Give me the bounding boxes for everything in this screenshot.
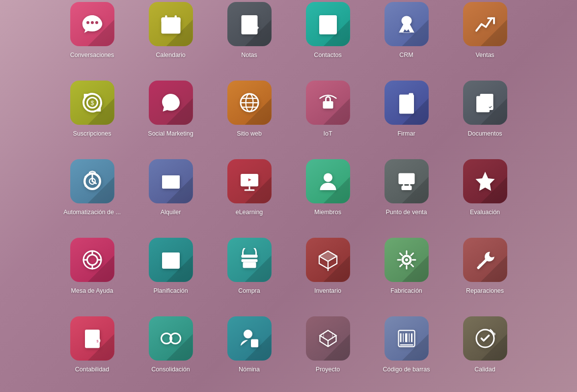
app-icon-miembros bbox=[306, 159, 350, 203]
app-icon-reparaciones bbox=[463, 238, 507, 282]
svg-rect-59 bbox=[401, 176, 404, 178]
svg-rect-80 bbox=[87, 334, 97, 335]
svg-rect-1 bbox=[161, 18, 180, 23]
svg-rect-8 bbox=[169, 29, 172, 32]
svg-rect-2 bbox=[165, 15, 167, 20]
app-label-punto-de-venta: Punto de venta bbox=[385, 208, 427, 216]
app-label-conversaciones: Conversaciones bbox=[70, 51, 114, 59]
svg-point-77 bbox=[405, 258, 408, 261]
svg-rect-31 bbox=[401, 101, 412, 102]
app-icon-calendario bbox=[149, 2, 193, 46]
app-item-firmar[interactable]: Firmar bbox=[372, 81, 441, 154]
svg-rect-46 bbox=[164, 184, 177, 185]
app-label-alquiler: Alquiler bbox=[161, 208, 181, 216]
app-item-iot[interactable]: IoT bbox=[294, 81, 362, 154]
app-label-consolidacion: Consolidación bbox=[151, 365, 190, 373]
app-icon-sitio-web bbox=[227, 81, 272, 125]
svg-rect-37 bbox=[481, 101, 490, 102]
app-item-consolidacion[interactable]: Consolidación bbox=[137, 316, 205, 390]
svg-rect-4 bbox=[164, 25, 166, 28]
app-item-proyecto[interactable]: Proyecto bbox=[294, 316, 362, 390]
app-item-calendario[interactable]: Calendario bbox=[137, 2, 205, 76]
app-label-inventario: Inventario bbox=[314, 287, 341, 295]
svg-point-67 bbox=[87, 255, 97, 265]
app-icon-firmar bbox=[385, 81, 429, 125]
app-item-punto-de-venta[interactable]: Punto de venta bbox=[372, 159, 441, 233]
app-icon-nomina: $ bbox=[227, 316, 272, 361]
app-item-reparaciones[interactable]: Reparaciones bbox=[451, 238, 520, 311]
app-item-calidad[interactable]: Calidad bbox=[451, 316, 520, 390]
app-label-miembros: Miembros bbox=[314, 208, 341, 216]
app-label-reparaciones: Reparaciones bbox=[466, 287, 504, 295]
app-label-ventas: Ventas bbox=[475, 51, 494, 59]
app-icon-calidad bbox=[463, 316, 507, 361]
app-label-social-marketing: Social Marketing bbox=[148, 130, 193, 138]
svg-rect-56 bbox=[403, 184, 404, 187]
app-label-mesa-de-ayuda: Mesa de Ayuda bbox=[71, 287, 113, 295]
app-item-contabilidad[interactable]: $Contabilidad bbox=[58, 316, 127, 390]
svg-rect-74 bbox=[241, 259, 257, 262]
app-item-social-marketing[interactable]: Social Marketing bbox=[137, 81, 205, 154]
svg-point-87 bbox=[244, 330, 252, 338]
svg-rect-72 bbox=[164, 264, 171, 266]
app-icon-fabricacion bbox=[385, 238, 429, 282]
app-item-alquiler[interactable]: Alquiler bbox=[137, 159, 205, 233]
svg-rect-13 bbox=[244, 27, 251, 28]
svg-point-53 bbox=[324, 173, 332, 182]
app-item-documentos[interactable]: Documentos bbox=[451, 81, 520, 154]
svg-rect-57 bbox=[409, 184, 410, 187]
app-label-iot: IoT bbox=[323, 130, 332, 138]
svg-rect-12 bbox=[244, 24, 254, 25]
svg-rect-3 bbox=[174, 15, 177, 20]
app-item-compra[interactable]: Compra bbox=[215, 238, 284, 311]
app-item-ventas[interactable]: Ventas bbox=[451, 2, 520, 76]
app-label-contabilidad: Contabilidad bbox=[75, 365, 110, 373]
app-icon-social-marketing bbox=[149, 81, 193, 125]
app-icon-documentos bbox=[463, 81, 507, 125]
app-item-mesa-de-ayuda[interactable]: Mesa de Ayuda bbox=[58, 238, 127, 311]
app-icon-ventas bbox=[463, 2, 507, 46]
app-label-elearning: eLearning bbox=[236, 208, 263, 216]
app-item-sitio-web[interactable]: Sitio web bbox=[215, 81, 284, 154]
svg-text:$: $ bbox=[90, 100, 94, 107]
app-item-inventario[interactable]: Inventario bbox=[294, 238, 362, 311]
app-label-compra: Compra bbox=[238, 287, 260, 295]
app-grid: ConversacionesCalendarioNotasContactosCR… bbox=[48, 0, 529, 392]
app-icon-proyecto bbox=[306, 316, 350, 361]
svg-rect-93 bbox=[405, 334, 408, 342]
app-label-planificacion: Planificación bbox=[153, 287, 188, 295]
svg-point-42 bbox=[84, 185, 87, 187]
app-icon-consolidacion bbox=[149, 316, 193, 361]
app-icon-punto-de-venta bbox=[385, 159, 429, 203]
app-label-notas: Notas bbox=[241, 51, 257, 59]
app-label-nomina: Nómina bbox=[239, 365, 260, 373]
app-item-conversaciones[interactable]: Conversaciones bbox=[58, 2, 127, 76]
app-item-evaluacion[interactable]: Evaluación bbox=[451, 159, 520, 233]
svg-point-78 bbox=[478, 264, 481, 267]
app-icon-notas bbox=[227, 2, 272, 46]
svg-rect-73 bbox=[241, 255, 257, 258]
app-item-notas[interactable]: Notas bbox=[215, 2, 284, 76]
app-label-documentos: Documentos bbox=[467, 130, 502, 138]
app-icon-contabilidad: $ bbox=[70, 316, 114, 361]
app-label-proyecto: Proyecto bbox=[316, 365, 340, 373]
app-item-codigo-de-barras[interactable]: Código de barras bbox=[372, 316, 441, 390]
svg-rect-82 bbox=[87, 341, 94, 342]
app-icon-mesa-de-ayuda bbox=[70, 238, 114, 282]
app-item-nomina[interactable]: $Nómina bbox=[215, 316, 284, 390]
app-item-contactos[interactable]: Contactos bbox=[294, 2, 362, 76]
app-item-fabricacion[interactable]: Fabricación bbox=[372, 238, 441, 311]
app-item-crm[interactable]: CRM bbox=[372, 2, 441, 76]
app-label-crm: CRM bbox=[399, 51, 413, 59]
app-label-firmar: Firmar bbox=[397, 130, 415, 138]
app-icon-inventario bbox=[306, 238, 350, 282]
app-item-planificacion[interactable]: Planificación bbox=[137, 238, 205, 311]
app-item-suscripciones[interactable]: $Suscripciones bbox=[58, 81, 127, 154]
app-icon-codigo-de-barras bbox=[385, 316, 429, 361]
app-item-elearning[interactable]: eLearning bbox=[215, 159, 284, 233]
svg-rect-94 bbox=[409, 334, 410, 342]
app-item-automatizacion[interactable]: Automatización de ... bbox=[58, 159, 127, 233]
svg-point-71 bbox=[176, 260, 179, 263]
svg-marker-65 bbox=[475, 172, 495, 191]
app-item-miembros[interactable]: Miembros bbox=[294, 159, 362, 233]
